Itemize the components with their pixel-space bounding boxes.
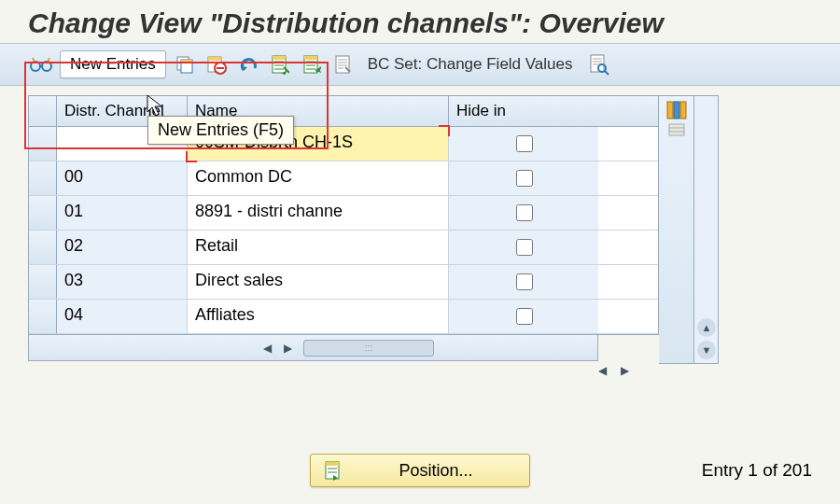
svg-rect-18 [674, 102, 679, 119]
undo-icon[interactable] [235, 51, 261, 77]
row-selector[interactable] [29, 127, 57, 161]
cell-name[interactable]: Common DC [188, 161, 449, 195]
svg-point-0 [31, 62, 40, 71]
scroll-right-icon[interactable]: ▶ [614, 361, 635, 380]
position-icon [324, 460, 343, 481]
row-selector[interactable] [29, 300, 57, 333]
page-title: Change View "Distribution channels": Ove… [28, 7, 664, 38]
cell-name[interactable]: Affliates [188, 300, 449, 333]
table-row[interactable]: 00SM-Disbrtn CH-1S [29, 127, 658, 161]
cell-dch[interactable]: 01 [57, 196, 188, 230]
scroll-up-icon[interactable]: ▲ [697, 318, 716, 337]
toolbar: New Entries BC Set: Change Field Values [0, 43, 840, 86]
table-row[interactable]: 02 Retail [29, 231, 658, 265]
svg-rect-20 [669, 124, 684, 135]
cell-hide [449, 161, 598, 195]
cell-name[interactable]: Direct sales [188, 265, 449, 299]
row-selector[interactable] [29, 231, 57, 264]
row-selector[interactable] [29, 196, 57, 230]
deselect-all-icon[interactable] [299, 51, 325, 77]
svg-rect-4 [181, 60, 192, 63]
select-all-icon[interactable] [267, 51, 293, 77]
header: Change View "Distribution channels": Ove… [0, 0, 840, 43]
svg-rect-12 [304, 56, 317, 60]
small-grid-icon[interactable] [668, 123, 685, 136]
cell-hide [449, 127, 598, 161]
cell-hide [449, 265, 598, 299]
scroll-left-icon[interactable]: ◀ [592, 361, 612, 380]
cell-hide [449, 196, 598, 230]
copy-icon[interactable] [172, 51, 198, 77]
table-settings-icon[interactable] [665, 100, 688, 120]
table-row[interactable]: 04 Affliates [29, 300, 658, 334]
cell-name[interactable]: 8891 - distri channe [188, 196, 449, 230]
new-entries-tooltip: New Entries (F5) [147, 116, 294, 145]
scroll-left-icon[interactable]: ◀ [257, 339, 277, 357]
scroll-down-icon[interactable]: ▼ [697, 341, 716, 359]
data-grid: Distr. Channel Name Hide in 00SM-Disbrtn… [28, 95, 659, 335]
hide-checkbox[interactable] [516, 308, 533, 325]
footer: Position... Entry 1 of 201 [28, 454, 812, 487]
row-selector[interactable] [29, 265, 57, 299]
col-selector[interactable] [29, 96, 57, 126]
svg-rect-10 [273, 56, 286, 60]
svg-rect-24 [326, 462, 339, 466]
grid-side-toolbar [659, 95, 694, 364]
glasses-icon[interactable] [28, 51, 54, 77]
hide-checkbox[interactable] [516, 135, 533, 152]
hide-checkbox[interactable] [516, 170, 533, 187]
col-header-hide[interactable]: Hide in [449, 96, 598, 126]
svg-rect-14 [591, 55, 604, 72]
grid-header: Distr. Channel Name Hide in [29, 96, 658, 127]
cell-dch[interactable]: 03 [57, 265, 188, 299]
entry-count-label: Entry 1 of 201 [702, 460, 812, 481]
delete-row-icon[interactable] [203, 51, 230, 77]
table-row[interactable]: 03 Direct sales [29, 265, 658, 300]
scroll-thumb[interactable]: ::: [303, 340, 434, 357]
svg-point-1 [42, 62, 51, 71]
table-row[interactable]: 01 8891 - distri channe [29, 196, 658, 231]
hide-checkbox[interactable] [516, 239, 533, 256]
vertical-scrollbar[interactable]: ▲ ▼ [694, 95, 719, 364]
cell-hide [449, 300, 598, 333]
cell-hide [449, 231, 598, 264]
cell-name[interactable]: Retail [188, 231, 449, 264]
svg-rect-6 [208, 57, 221, 61]
bc-set-label: BC Set: Change Field Values [368, 55, 573, 74]
cell-dch[interactable]: 02 [57, 231, 188, 264]
svg-line-16 [605, 71, 609, 75]
hide-checkbox[interactable] [516, 273, 533, 290]
cell-dch[interactable]: 00 [57, 161, 188, 195]
position-button[interactable]: Position... [310, 454, 529, 487]
position-label: Position... [399, 461, 472, 481]
new-entries-button[interactable]: New Entries [60, 50, 166, 78]
hide-checkbox[interactable] [516, 204, 533, 221]
svg-rect-17 [667, 102, 673, 119]
horizontal-scrollbar[interactable]: ◀ ▶ ::: [28, 335, 598, 361]
search-doc-icon[interactable] [586, 51, 612, 77]
config-doc-icon[interactable] [330, 51, 357, 77]
content-area: Distr. Channel Name Hide in 00SM-Disbrtn… [0, 86, 840, 364]
cell-dch[interactable]: 04 [57, 300, 188, 333]
row-selector[interactable] [29, 161, 57, 195]
svg-rect-19 [680, 102, 686, 119]
scroll-right-icon[interactable]: ▶ [277, 339, 298, 357]
table-row[interactable]: 00 Common DC [29, 161, 658, 196]
